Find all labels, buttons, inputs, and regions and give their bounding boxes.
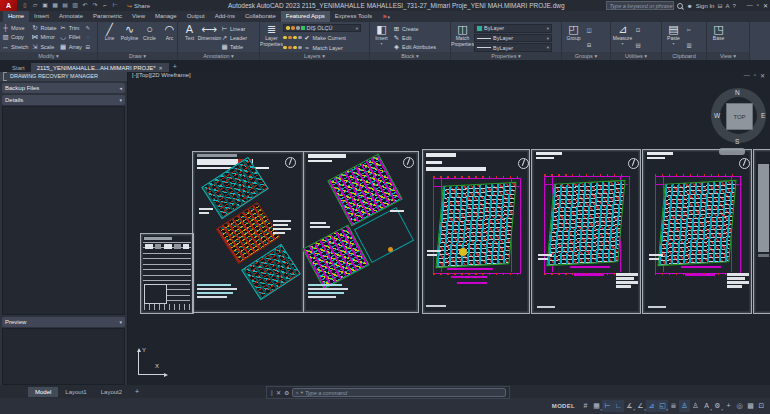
command-line[interactable]: ∥ ✕ ⚙ > ▾ Type a command [266, 386, 510, 399]
section-details[interactable]: Details ▾ [2, 95, 125, 105]
customize-icon[interactable]: ⚙ [284, 389, 289, 396]
viewcube-west-label[interactable]: W [714, 112, 720, 119]
search-icon[interactable] [677, 3, 683, 9]
ribbon-tab-collaborate[interactable]: Collaborate [240, 11, 281, 22]
section-preview[interactable]: Preview ▾ [2, 317, 125, 327]
ribbon-tab-manage[interactable]: Manage [150, 11, 182, 22]
properties-dropdown-3[interactable]: ByLayer▾ [474, 43, 552, 52]
status-grid-icon[interactable]: # [580, 400, 591, 412]
file-tab-drawing[interactable]: 2115_YENIMAHALLE...AH.MIMARI PROJE* ✕ [31, 63, 169, 72]
panel-label-view[interactable]: View ▾ [707, 52, 749, 60]
viewport-restore-button[interactable]: ▫ [754, 72, 756, 79]
viewcube-top-face[interactable]: TOP [726, 103, 753, 130]
properties-dropdown-1[interactable]: ByLayer▾ [474, 24, 552, 33]
mini-tool-icon[interactable]: ⊡ [634, 26, 642, 34]
linear-button[interactable]: ⊢Linear [221, 24, 247, 33]
text-button[interactable]: AText [180, 23, 199, 52]
save-as-icon[interactable]: ▦ [51, 0, 59, 11]
help-icon[interactable]: ? [732, 3, 735, 9]
match-layer-button[interactable]: ≈ Match Layer [304, 43, 343, 52]
mini-tool-icon[interactable]: ◫ [585, 26, 593, 34]
panel-label-modify[interactable]: Modify ▾ [0, 52, 97, 60]
ribbon-tab-output[interactable]: Output [182, 11, 210, 22]
layout-tab-layout1[interactable]: Layout1 [58, 387, 93, 397]
restore-button[interactable]: ▫ [757, 2, 759, 9]
signin-user-icon[interactable]: ☻ [686, 3, 692, 9]
scale-button[interactable]: ⇲Scale [31, 42, 56, 51]
mini-tool-icon[interactable]: ▤ [634, 41, 642, 49]
status-lineweight-icon[interactable]: ≣ [668, 400, 679, 412]
panel-label-draw[interactable]: Draw ▾ [98, 52, 177, 60]
workspace-icon[interactable]: ⊢ [111, 0, 119, 11]
panel-label-clipboard[interactable]: Clipboard [662, 52, 706, 60]
ribbon-tab-featured-apps[interactable]: Featured Apps [281, 11, 330, 22]
mini-tool-icon[interactable]: ✂ [685, 26, 693, 34]
viewcube-south-label[interactable]: S [735, 138, 739, 145]
navigation-bar-handle[interactable] [719, 148, 745, 155]
status-annotation-visibility-icon[interactable]: ♙ [679, 400, 690, 412]
array-button[interactable]: ▦Array [60, 42, 82, 51]
status-isometric-drafting-icon[interactable]: ∠▾ [635, 400, 646, 412]
match-properties-button[interactable]: ◫Match Properties [453, 23, 472, 52]
autocad-logo-icon[interactable]: A [0, 0, 17, 11]
stretch-button[interactable]: ↔Stretch [2, 42, 28, 51]
new-layout-button[interactable]: + [135, 388, 139, 395]
file-tab-start[interactable]: Start [6, 63, 31, 72]
drawing-sheet-1[interactable] [140, 233, 194, 314]
mini-tool-icon[interactable]: ✎ [84, 24, 92, 32]
drawing-sheet-6[interactable] [642, 149, 752, 314]
make-current-button[interactable]: ✔ Make Current [304, 33, 346, 42]
layout-tab-layout2[interactable]: Layout2 [94, 387, 129, 397]
publish-icon[interactable]: ▥ [71, 0, 79, 11]
panel-label-groups[interactable]: Groups ▾ [562, 52, 610, 60]
status-object-snap-tracking-icon[interactable]: ⊿ [646, 400, 657, 412]
app-store-icon[interactable]: ⊟ [717, 2, 722, 9]
copy-button[interactable]: ▥Copy [2, 33, 28, 42]
viewport-minimize-button[interactable]: — [744, 72, 750, 79]
viewcube[interactable]: TOP N S E W [707, 86, 770, 148]
model-space-indicator[interactable]: MODEL [552, 403, 575, 409]
measure-button[interactable]: ⊿Measure▾ [613, 23, 632, 52]
status-workspace-switching-icon[interactable]: ⚙▾ [712, 400, 723, 412]
open-file-icon[interactable]: ▱ [31, 0, 39, 11]
ribbon-tab-express-tools[interactable]: Express Tools [330, 11, 377, 22]
edit-button[interactable]: ✎Edit [393, 33, 436, 42]
status-object-snap-icon[interactable]: ◱▾ [657, 400, 668, 412]
autodesk-account-icon[interactable]: A [725, 3, 729, 9]
layer-properties-button[interactable]: ≣Layer Properties [262, 23, 281, 52]
viewcube-east-label[interactable]: E [761, 112, 765, 119]
line-button[interactable]: ╱Line [100, 23, 119, 52]
viewport-close-button[interactable]: ✕ [760, 72, 765, 79]
selection-icon[interactable]: ⌐ [101, 0, 109, 11]
status-ortho-mode-icon[interactable]: ∟ [613, 400, 624, 412]
insert-button[interactable]: ◧Insert▾ [372, 23, 391, 52]
signin-button[interactable]: Sign In [696, 3, 715, 9]
new-tab-button[interactable]: + [173, 61, 177, 72]
drawing-canvas[interactable]: [-][Top][2D Wireframe] — ▫ ✕ TOP N S E W… [128, 72, 770, 385]
close-icon[interactable]: ✕ [159, 65, 163, 71]
mirror-button[interactable]: ⋈Mirror [31, 33, 56, 42]
search-input[interactable]: Type a keyword or phrase [606, 1, 674, 10]
panel-label-annotation[interactable]: Annotation ▾ [178, 52, 259, 60]
panel-label-properties[interactable]: Properties ▾ [451, 52, 561, 60]
drawing-sheet-3[interactable] [303, 151, 419, 313]
panel-label-block[interactable]: Block ▾ [370, 52, 450, 60]
properties-dropdown-2[interactable]: ByLayer▾ [474, 34, 552, 43]
ribbon-tab-annotate[interactable]: Annotate [54, 11, 88, 22]
redo-icon[interactable]: ↷ [91, 0, 99, 11]
mini-tool-icon[interactable]: ▥ [685, 41, 693, 49]
drawing-sheet-4[interactable] [422, 149, 530, 314]
status-snap-mode-icon[interactable]: ▦▾ [591, 400, 602, 412]
mini-tool-icon[interactable]: ⊟ [585, 41, 593, 49]
paste-button[interactable]: ▤Paste▾ [664, 23, 683, 52]
status-annotation-scale-icon[interactable]: A▾ [701, 400, 712, 412]
panel-label-layers[interactable]: Layers ▾ [260, 52, 369, 60]
status-clean-screen-icon[interactable]: ⊡ [756, 400, 767, 412]
status-graphics-performance-icon[interactable]: ▩ [745, 400, 756, 412]
group-button[interactable]: ◰Group [564, 23, 583, 52]
panel-grip-icon[interactable] [3, 72, 7, 81]
section-backup-files[interactable]: Backup Files ◂ [2, 83, 125, 93]
share-button[interactable]: ↪ Share [127, 2, 150, 9]
create-button[interactable]: ⊞Create [393, 24, 436, 33]
plot-icon[interactable]: ▤ [61, 0, 69, 11]
